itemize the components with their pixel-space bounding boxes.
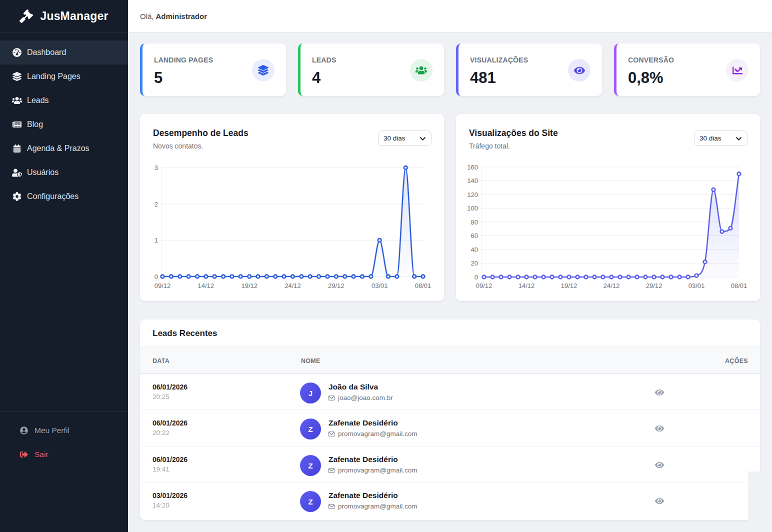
svg-text:80: 80 bbox=[471, 218, 478, 226]
svg-text:120: 120 bbox=[467, 191, 478, 198]
svg-text:40: 40 bbox=[471, 246, 478, 254]
svg-text:24/12: 24/12 bbox=[604, 282, 620, 290]
svg-text:09/12: 09/12 bbox=[476, 282, 492, 290]
svg-text:03/01: 03/01 bbox=[688, 282, 705, 290]
svg-text:0: 0 bbox=[154, 273, 158, 280]
svg-text:140: 140 bbox=[467, 177, 478, 184]
svg-text:19/12: 19/12 bbox=[561, 282, 578, 290]
svg-text:60: 60 bbox=[471, 232, 478, 240]
svg-text:19/12: 19/12 bbox=[241, 282, 258, 290]
svg-text:100: 100 bbox=[467, 204, 478, 212]
svg-text:20: 20 bbox=[471, 260, 478, 267]
svg-text:2: 2 bbox=[154, 200, 158, 208]
svg-text:03/01: 03/01 bbox=[372, 282, 388, 290]
svg-text:29/12: 29/12 bbox=[328, 282, 344, 290]
svg-text:3: 3 bbox=[154, 164, 158, 172]
svg-text:29/12: 29/12 bbox=[646, 282, 662, 290]
svg-text:08/01: 08/01 bbox=[415, 282, 432, 290]
svg-text:0: 0 bbox=[474, 274, 478, 281]
svg-text:14/12: 14/12 bbox=[518, 282, 535, 290]
svg-text:14/12: 14/12 bbox=[198, 282, 214, 290]
svg-text:08/01: 08/01 bbox=[731, 282, 748, 290]
svg-text:1: 1 bbox=[154, 236, 158, 244]
svg-text:09/12: 09/12 bbox=[154, 282, 171, 290]
svg-text:24/12: 24/12 bbox=[284, 282, 301, 290]
svg-text:160: 160 bbox=[467, 164, 478, 171]
